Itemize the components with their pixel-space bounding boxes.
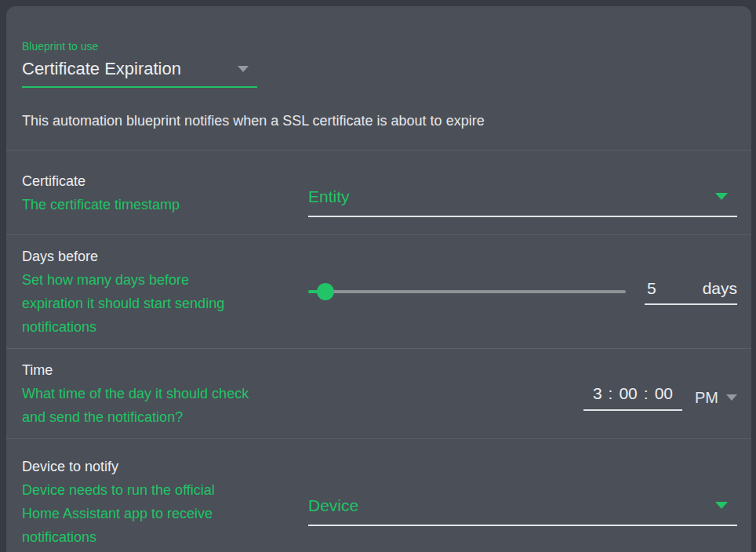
device-select-value: Device: [308, 496, 358, 515]
blueprint-picker-label: Blueprint to use: [22, 40, 736, 53]
chevron-down-icon: [715, 502, 728, 509]
setting-row-days-before: Days before Set how many days before exp…: [6, 234, 751, 348]
device-select[interactable]: Device: [308, 496, 737, 526]
days-slider-track: [320, 290, 626, 293]
row-heading: Days before: [22, 245, 296, 268]
row-heading: Time: [22, 358, 296, 382]
blueprint-picker-section: Blueprint to use Certificate Expiration: [6, 6, 751, 88]
time-hours[interactable]: 3: [593, 384, 602, 403]
chevron-down-icon: [238, 66, 249, 72]
time-separator: :: [609, 384, 613, 403]
setting-row-time: Time What time of the day it should chec…: [6, 348, 751, 438]
time-input[interactable]: 3 : 00 : 00: [583, 384, 682, 411]
days-before-control: 5 days: [308, 279, 737, 305]
setting-row-certificate: Certificate The certificate timestamp En…: [6, 150, 751, 234]
row-label-block: Days before Set how many days before exp…: [22, 245, 308, 339]
chevron-down-icon: [726, 394, 737, 401]
blueprint-select[interactable]: Certificate Expiration: [22, 53, 257, 88]
days-number-suffix: days: [703, 279, 737, 298]
entity-select-value: Entity: [308, 187, 350, 206]
days-number-input[interactable]: 5 days: [645, 279, 737, 305]
time-control: 3 : 00 : 00 PM: [308, 384, 737, 411]
blueprint-select-value: Certificate Expiration: [22, 59, 181, 79]
blueprint-config-card: Blueprint to use Certificate Expiration …: [6, 6, 751, 552]
days-slider[interactable]: [308, 283, 626, 300]
time-minutes[interactable]: 00: [619, 384, 637, 403]
setting-row-device-to-notify: Device to notify Device needs to run the…: [6, 438, 751, 552]
days-slider-thumb[interactable]: [317, 283, 334, 300]
row-description: The certificate timestamp: [22, 193, 296, 216]
row-description: What time of the day it should check and…: [22, 382, 296, 429]
entity-select[interactable]: Entity: [308, 187, 737, 217]
row-heading: Device to notify: [22, 455, 296, 478]
chevron-down-icon: [715, 193, 728, 200]
row-label-block: Device to notify Device needs to run the…: [22, 455, 308, 549]
row-label-block: Certificate The certificate timestamp: [22, 169, 308, 216]
time-seconds[interactable]: 00: [655, 384, 673, 403]
row-description: Device needs to run the official Home As…: [22, 478, 296, 549]
days-number-value: 5: [645, 279, 656, 298]
meridiem-value: PM: [695, 389, 718, 407]
meridiem-select[interactable]: PM: [695, 389, 737, 407]
row-heading: Certificate: [22, 169, 296, 193]
blueprint-description: This automation blueprint notifies when …: [22, 111, 736, 130]
row-description: Set how many days before expiration it s…: [22, 268, 296, 339]
time-separator: :: [644, 384, 649, 403]
row-label-block: Time What time of the day it should chec…: [22, 358, 308, 429]
